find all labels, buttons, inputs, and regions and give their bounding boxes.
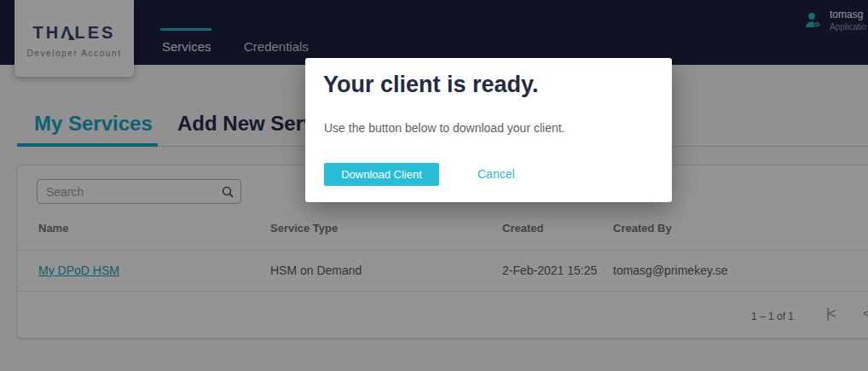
cancel-link[interactable]: Cancel: [477, 167, 515, 181]
dialog-title: Your client is ready.: [323, 72, 539, 98]
client-ready-dialog: Your client is ready. Use the button bel…: [305, 58, 672, 202]
app-window: Services Credentials tomasg Applicatio T…: [0, 0, 868, 371]
download-client-button[interactable]: Download Client: [324, 163, 439, 186]
dialog-message: Use the button below to download your cl…: [324, 121, 565, 135]
